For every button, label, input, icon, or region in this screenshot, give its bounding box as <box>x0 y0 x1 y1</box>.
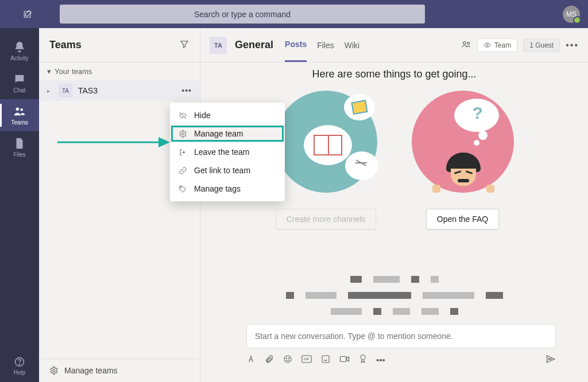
rail-teams[interactable]: Teams <box>0 99 39 131</box>
menu-leave-team-label: Leave the team <box>194 147 250 157</box>
intro-text: Here are some things to get going... <box>212 68 577 80</box>
team-context-menu: Hide Manage team Leave the team Get link… <box>170 103 285 201</box>
team-row[interactable]: ▸ TA TAS3 ••• <box>39 80 200 101</box>
rail-chat[interactable]: Chat <box>0 67 39 99</box>
manage-teams-button[interactable]: Manage teams <box>39 358 200 382</box>
channel-avatar: TA <box>210 37 227 54</box>
channels-illustration <box>275 91 377 193</box>
menu-manage-team[interactable]: Manage team <box>170 124 285 143</box>
svg-point-5 <box>53 369 55 372</box>
praise-icon[interactable] <box>359 354 367 365</box>
guest-label: 1 Guest <box>529 41 554 49</box>
svg-point-17 <box>181 132 184 135</box>
attach-icon[interactable] <box>265 354 274 365</box>
menu-manage-team-label: Manage team <box>194 129 243 138</box>
open-faq-button[interactable]: Open the FAQ <box>426 209 500 229</box>
gif-icon[interactable]: GIF <box>301 355 312 365</box>
hide-icon <box>178 111 187 120</box>
send-icon[interactable] <box>546 354 556 366</box>
gear-icon <box>178 130 187 138</box>
svg-point-16 <box>361 355 365 360</box>
guest-badge[interactable]: 1 Guest <box>523 38 560 52</box>
tab-wiki[interactable]: Wiki <box>345 28 359 62</box>
svg-point-18 <box>180 187 181 188</box>
svg-rect-14 <box>322 356 329 362</box>
leave-icon <box>178 148 187 157</box>
menu-get-link-label: Get link to team <box>194 166 250 175</box>
chevron-right-icon: ▸ <box>47 88 53 94</box>
faq-illustration <box>412 91 514 193</box>
svg-text:GIF: GIF <box>304 357 310 361</box>
privacy-label: Team <box>494 41 511 49</box>
team-avatar: TA <box>59 84 72 98</box>
title-bar: Search or type a command MS <box>0 0 588 28</box>
privacy-badge[interactable]: Team <box>477 38 517 52</box>
profile-avatar[interactable]: MS <box>563 6 580 23</box>
format-icon[interactable] <box>246 354 256 365</box>
svg-point-8 <box>486 44 488 46</box>
rail-activity[interactable]: Activity <box>0 35 39 67</box>
emoji-icon[interactable] <box>283 354 292 365</box>
team-name: TAS3 <box>78 86 98 95</box>
menu-hide-label: Hide <box>194 111 211 120</box>
card-faq: Open the FAQ <box>412 91 514 229</box>
sticker-icon[interactable] <box>321 354 330 365</box>
your-teams-group[interactable]: ▾ Your teams <box>39 63 200 80</box>
create-channels-button[interactable]: Create more channels <box>276 209 377 229</box>
manage-teams-label: Manage teams <box>64 366 118 375</box>
svg-point-7 <box>467 42 470 44</box>
menu-hide[interactable]: Hide <box>170 106 285 124</box>
menu-manage-tags-label: Manage tags <box>194 184 241 193</box>
svg-point-1 <box>16 108 19 111</box>
svg-rect-15 <box>341 357 347 362</box>
card-channels: Create more channels <box>275 91 377 229</box>
rail-files[interactable]: Files <box>0 131 39 163</box>
rail-chat-label: Chat <box>13 87 25 93</box>
tag-icon <box>178 185 187 193</box>
channel-name: General <box>235 39 273 51</box>
rail-help[interactable]: Help <box>0 350 39 382</box>
svg-point-2 <box>20 108 22 111</box>
teams-panel: Teams ▾ Your teams ▸ TA TAS3 ••• Manage … <box>39 28 200 382</box>
rail-activity-label: Activity <box>10 55 29 61</box>
svg-point-10 <box>286 358 287 358</box>
meet-icon[interactable] <box>339 355 350 365</box>
chevron-down-icon: ▾ <box>47 67 51 76</box>
redacted-message <box>220 276 568 315</box>
svg-point-9 <box>284 356 291 362</box>
rail-help-label: Help <box>14 369 26 376</box>
svg-point-11 <box>288 358 289 358</box>
channel-more-button[interactable]: ••• <box>566 40 579 50</box>
team-more-button[interactable]: ••• <box>181 86 192 95</box>
svg-point-6 <box>463 41 466 44</box>
filter-icon[interactable] <box>179 39 189 52</box>
search-input[interactable]: Search or type a command <box>60 5 425 24</box>
app-rail: Activity Chat Teams Files Help <box>0 28 39 382</box>
teams-title: Teams <box>49 39 82 51</box>
tab-posts[interactable]: Posts <box>285 28 307 62</box>
composer-toolbar: GIF ••• <box>246 354 556 366</box>
composer-more-icon[interactable]: ••• <box>376 355 385 365</box>
rail-files-label: Files <box>13 151 25 158</box>
link-icon <box>178 166 187 175</box>
org-icon[interactable] <box>461 39 471 52</box>
menu-leave-team[interactable]: Leave the team <box>170 143 285 161</box>
menu-manage-tags[interactable]: Manage tags <box>170 180 285 198</box>
compose-icon[interactable] <box>8 9 48 20</box>
svg-point-4 <box>19 364 20 365</box>
your-teams-label: Your teams <box>55 67 92 76</box>
menu-get-link[interactable]: Get link to team <box>170 161 285 180</box>
tab-files[interactable]: Files <box>317 28 334 62</box>
channel-header: TA General Posts Files Wiki Team <box>200 28 588 63</box>
channel-main: TA General Posts Files Wiki Team <box>200 28 588 382</box>
composer-input[interactable]: Start a new conversation. Type @ to ment… <box>246 324 556 348</box>
rail-teams-label: Teams <box>11 119 28 126</box>
